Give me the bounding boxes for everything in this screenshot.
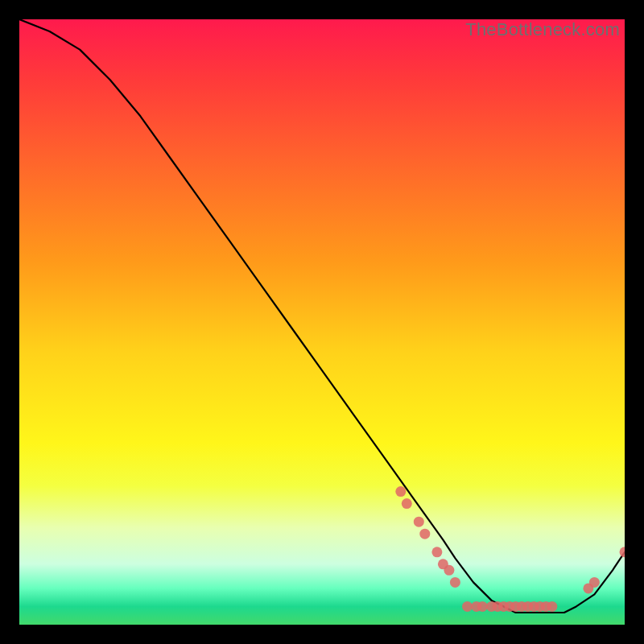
marker-point <box>395 486 406 497</box>
marker-point <box>419 529 430 539</box>
marker-point <box>620 547 625 557</box>
highlighted-points <box>395 486 625 612</box>
marker-point <box>414 517 424 527</box>
marker-point <box>444 565 454 576</box>
marker-point <box>547 601 557 612</box>
marker-point <box>477 601 488 612</box>
marker-point <box>431 547 442 557</box>
curve-layer <box>19 19 625 625</box>
marker-point <box>589 577 600 588</box>
chart-frame: TheBottleneck.com <box>0 0 644 644</box>
marker-point <box>462 601 473 612</box>
marker-point <box>450 577 460 588</box>
marker-point <box>402 498 412 509</box>
plot-area: TheBottleneck.com <box>19 19 625 625</box>
bottleneck-curve <box>19 19 625 613</box>
